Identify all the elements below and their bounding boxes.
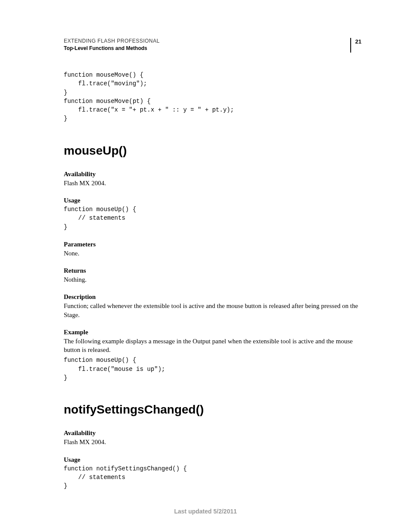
page-content: EXTENDING FLASH PROFESSIONAL Top-Level F… [0, 0, 411, 490]
example-text: The following example displays a message… [64, 337, 361, 355]
example-label: Example [64, 329, 361, 336]
description-text: Function; called whenever the extensible… [64, 302, 361, 319]
usage-label: Usage [64, 197, 361, 204]
section-heading-notifysettingschanged: notifySettingsChanged() [64, 403, 361, 417]
example-code: function mouseUp() { fl.trace("mouse is … [64, 356, 361, 382]
parameters-text: None. [64, 249, 361, 258]
top-code-block: function mouseMove() { fl.trace("moving"… [64, 71, 361, 123]
usage-label-2: Usage [64, 456, 361, 464]
header-left: EXTENDING FLASH PROFESSIONAL Top-Level F… [64, 38, 350, 51]
header-subtitle: Top-Level Functions and Methods [64, 45, 350, 51]
page-number-wrap: 21 [350, 38, 361, 53]
section-heading-mouseup: mouseUp() [64, 144, 361, 158]
description-label: Description [64, 293, 361, 301]
parameters-label: Parameters [64, 241, 361, 248]
returns-text: Nothing. [64, 275, 361, 284]
page-header: EXTENDING FLASH PROFESSIONAL Top-Level F… [64, 38, 361, 53]
availability-text-2: Flash MX 2004. [64, 438, 361, 446]
availability-text: Flash MX 2004. [64, 179, 361, 187]
availability-label: Availability [64, 171, 361, 178]
footer-text: Last updated 5/2/2011 [0, 508, 411, 515]
availability-label-2: Availability [64, 429, 361, 437]
page-number: 21 [355, 38, 361, 53]
usage-code: function mouseUp() { // statements } [64, 205, 361, 231]
page-divider [350, 38, 351, 53]
header-title: EXTENDING FLASH PROFESSIONAL [64, 38, 350, 44]
returns-label: Returns [64, 267, 361, 274]
usage-code-2: function notifySettingsChanged() { // st… [64, 464, 361, 491]
